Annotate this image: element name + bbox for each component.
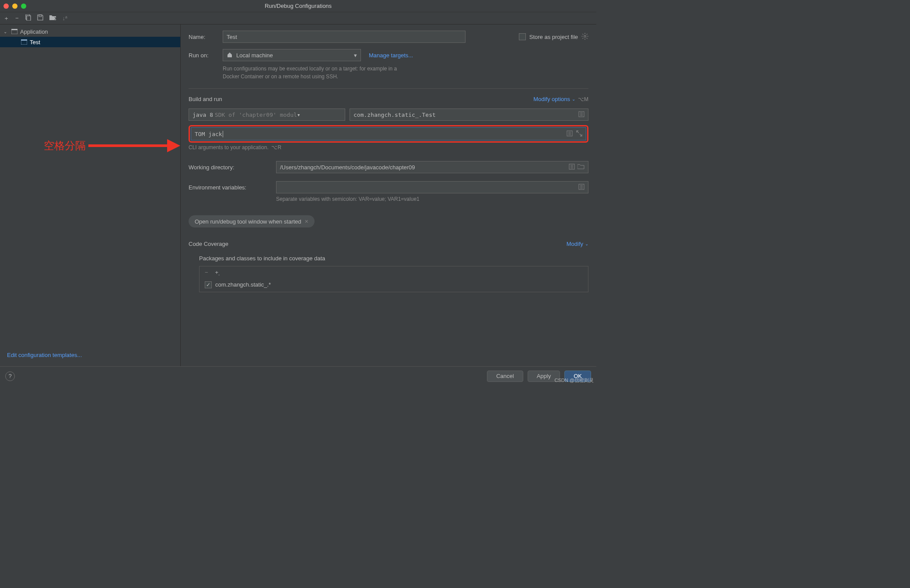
copy-icon[interactable]	[25, 14, 31, 22]
working-dir-value: /Users/zhangch/Documents/code/javacode/c…	[280, 164, 415, 171]
coverage-pattern: com.zhangch.static_.*	[215, 281, 271, 288]
pill-label: Open run/debug tool window when started	[195, 218, 301, 225]
main-class-value: com.zhangch.static_.Test	[354, 112, 436, 118]
close-icon[interactable]: ×	[305, 218, 308, 225]
maximize-window-button[interactable]	[21, 4, 26, 9]
args-hint: CLI arguments to your application. ⌥R	[189, 144, 588, 150]
titlebar: Run/Debug Configurations	[0, 0, 596, 12]
remove-icon[interactable]: −	[15, 15, 19, 21]
annotation-overlay: 空格分隔	[44, 136, 180, 155]
tree-node-application[interactable]: ⌄ Application	[0, 26, 180, 37]
config-sidebar: ⌄ Application Test 空格分隔 Edit configurati…	[0, 24, 181, 366]
main-area: ⌄ Application Test 空格分隔 Edit configurati…	[0, 24, 596, 366]
chevron-down-icon: ▾	[354, 52, 357, 59]
svg-rect-4	[11, 29, 18, 30]
application-icon	[21, 39, 27, 45]
window-controls	[4, 4, 26, 9]
gear-icon[interactable]	[581, 33, 588, 41]
working-dir-input[interactable]: /Users/zhangch/Documents/code/javacode/c…	[276, 161, 588, 173]
name-label: Name:	[189, 34, 223, 40]
remove-icon[interactable]: −	[205, 269, 208, 277]
coverage-item[interactable]: com.zhangch.static_.*	[200, 280, 588, 292]
add-icon[interactable]: +◦	[215, 269, 220, 277]
modify-options-link[interactable]: Modify options ⌄	[533, 96, 575, 102]
config-tree: ⌄ Application Test	[0, 24, 180, 47]
bottom-bar: ? Cancel Apply OK	[0, 366, 596, 385]
separator	[189, 88, 588, 89]
close-window-button[interactable]	[4, 4, 9, 9]
main-class-input[interactable]: com.zhangch.static_.Test	[350, 108, 588, 121]
list-icon[interactable]	[578, 184, 584, 191]
chevron-down-icon: ⌄	[4, 29, 9, 34]
code-coverage-title: Code Coverage Modify ⌄	[189, 241, 588, 247]
window-title: Run/Debug Configurations	[265, 3, 332, 9]
application-icon	[11, 29, 18, 34]
run-on-value: Local machine	[236, 52, 273, 59]
env-input[interactable]	[276, 181, 588, 193]
program-args-input[interactable]: TOM jack	[191, 127, 586, 140]
args-value: TOM jack	[195, 131, 223, 137]
shortcut-text: ⌥M	[578, 96, 588, 102]
list-icon[interactable]	[578, 111, 584, 119]
chevron-down-icon: ▾	[297, 112, 301, 118]
sdk-sub: SDK of 'chapter09' modul	[215, 112, 297, 118]
chevron-down-icon: ⌄	[572, 97, 575, 102]
env-label: Environment variables:	[189, 184, 276, 191]
cancel-button[interactable]: Cancel	[487, 371, 523, 382]
list-icon[interactable]	[569, 164, 575, 171]
name-input[interactable]	[223, 31, 466, 43]
sort-icon[interactable]: ↓ª	[63, 15, 67, 21]
minimize-window-button[interactable]	[12, 4, 18, 9]
form-panel: Name: Store as project file Run on: Loca…	[181, 24, 596, 366]
edit-templates-link[interactable]: Edit configuration templates...	[7, 352, 82, 358]
list-icon[interactable]	[567, 130, 573, 138]
store-checkbox[interactable]	[519, 33, 526, 40]
build-run-title: Build and run Modify options ⌄ ⌥M	[189, 96, 588, 102]
chevron-down-icon: ⌄	[585, 242, 588, 246]
working-dir-label: Working directory:	[189, 164, 276, 171]
help-button[interactable]: ?	[5, 371, 15, 381]
run-on-combo[interactable]: Local machine ▾	[223, 49, 361, 61]
folder-icon[interactable]	[49, 14, 56, 22]
sdk-combo[interactable]: java 8 SDK of 'chapter09' modul ▾	[189, 108, 345, 121]
config-toolbar: ＋ − ↓ª	[0, 12, 596, 24]
coverage-box: − +◦ com.zhangch.static_.*	[199, 266, 588, 292]
home-icon	[227, 52, 233, 59]
coverage-modify-link[interactable]: Modify ⌄	[567, 241, 588, 247]
sdk-main: java 8	[192, 112, 213, 118]
run-hint: Run configurations may be executed local…	[223, 65, 411, 80]
save-icon[interactable]	[37, 14, 43, 22]
tree-label: Application	[20, 28, 48, 35]
expand-icon[interactable]	[576, 130, 582, 138]
watermark: CSDN @信橙则灵	[555, 377, 594, 384]
tree-label: Test	[30, 39, 40, 46]
tree-node-test[interactable]: Test	[0, 37, 180, 47]
program-args-highlighted: TOM jack	[189, 125, 588, 143]
svg-marker-8	[167, 139, 180, 152]
store-label: Store as project file	[529, 34, 578, 40]
add-icon[interactable]: ＋	[4, 14, 9, 22]
coverage-subtitle: Packages and classes to include in cover…	[199, 255, 588, 262]
env-hint: Separate variables with semicolon: VAR=v…	[276, 196, 588, 202]
manage-targets-link[interactable]: Manage targets...	[369, 52, 413, 59]
folder-open-icon[interactable]	[578, 164, 584, 171]
run-on-label: Run on:	[189, 52, 223, 59]
svg-rect-1	[27, 16, 31, 21]
coverage-checkbox[interactable]	[205, 281, 212, 288]
svg-point-9	[584, 35, 586, 37]
arrow-icon	[88, 136, 180, 155]
annotation-text: 空格分隔	[44, 139, 86, 153]
open-tool-window-pill[interactable]: Open run/debug tool window when started …	[189, 215, 315, 228]
svg-rect-6	[21, 39, 27, 41]
